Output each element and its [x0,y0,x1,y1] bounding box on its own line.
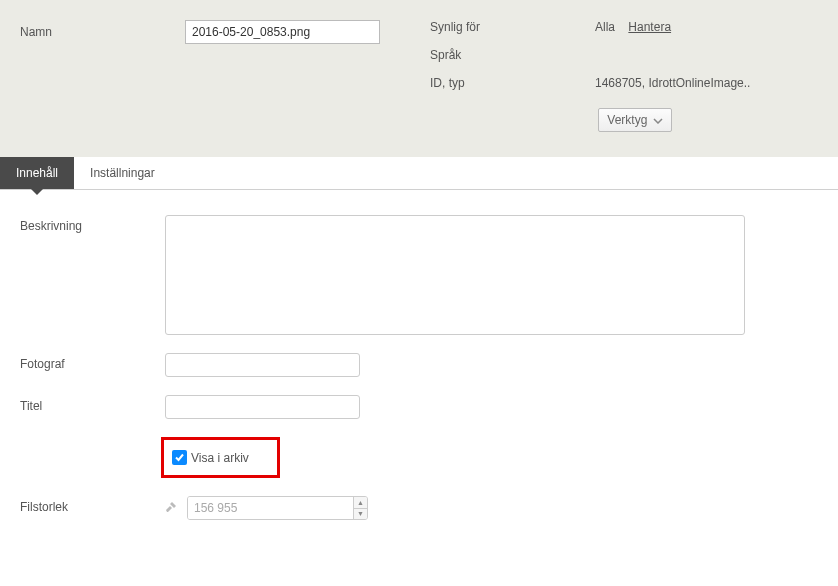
manage-link[interactable]: Hantera [628,20,671,34]
tabs: Innehåll Inställningar [0,157,838,190]
header-right: Synlig för Alla Hantera Språk ID, typ 14… [430,20,818,132]
visible-for-label: Synlig för [430,20,595,34]
language-label: Språk [430,48,595,62]
header-panel: Namn Synlig för Alla Hantera Språk ID, t… [0,0,838,157]
spinner-up[interactable]: ▲ [354,497,367,509]
tools-dropdown[interactable]: Verktyg [598,108,672,132]
show-in-archive-row: Visa i arkiv [20,437,818,478]
photographer-input[interactable] [165,353,360,377]
tools-label: Verktyg [607,113,647,127]
language-value [595,48,818,62]
highlight-box: Visa i arkiv [161,437,280,478]
tab-settings[interactable]: Inställningar [74,157,171,189]
show-in-archive-label: Visa i arkiv [191,451,249,465]
visible-for-row: Synlig för Alla Hantera [430,20,818,34]
title-row: Titel [20,395,818,419]
name-value-wrap [185,20,430,44]
spinner-buttons: ▲ ▼ [353,497,367,519]
name-label: Namn [20,25,185,39]
description-label: Beskrivning [20,215,165,335]
show-in-archive-checkbox[interactable] [172,450,187,465]
id-type-label: ID, typ [430,76,595,90]
spinner-down[interactable]: ▼ [354,509,367,520]
id-type-value: 1468705, IdrottOnlineImage.. [595,76,818,90]
filesize-row: Filstorlek ▲ ▼ [20,496,818,520]
name-input[interactable] [185,20,380,44]
form-body: Beskrivning Fotograf Titel Visa i arkiv … [0,190,838,558]
visible-for-value: Alla [595,20,615,34]
tools-row: Verktyg [430,104,818,132]
title-input[interactable] [165,395,360,419]
header-left: Namn [20,20,430,132]
filesize-spinner: ▲ ▼ [187,496,368,520]
show-in-archive-spacer [20,437,165,478]
filesize-label: Filstorlek [20,496,165,520]
readonly-icon [165,501,177,516]
visible-for-value-wrap: Alla Hantera [595,20,818,34]
tab-content[interactable]: Innehåll [0,157,74,189]
name-row: Namn [20,20,430,44]
description-row: Beskrivning [20,215,818,335]
chevron-down-icon [653,113,663,127]
photographer-row: Fotograf [20,353,818,377]
id-type-row: ID, typ 1468705, IdrottOnlineImage.. [430,76,818,90]
language-row: Språk [430,48,818,62]
photographer-label: Fotograf [20,353,165,377]
filesize-input [188,497,353,519]
title-label: Titel [20,395,165,419]
description-input[interactable] [165,215,745,335]
